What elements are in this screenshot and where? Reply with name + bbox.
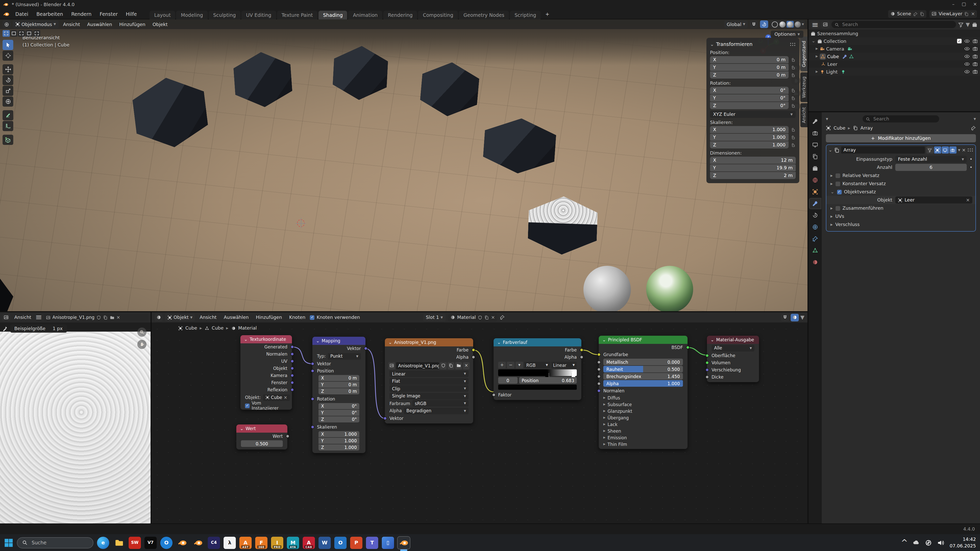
mapping-rotation-fields[interactable]: X0° Y0° Z0° bbox=[318, 403, 360, 422]
maximize-button[interactable] bbox=[962, 2, 966, 6]
menu-datei[interactable]: Datei bbox=[12, 10, 32, 17]
tool-transform-icon[interactable] bbox=[3, 97, 13, 106]
rotation-z-field[interactable]: Z0° bbox=[710, 102, 789, 109]
outliner-row-light[interactable]: Light bbox=[808, 68, 980, 76]
node-color-ramp[interactable]: Farbverlauf Farbe Alpha RGB Linear bbox=[493, 338, 581, 400]
tab-particles-icon[interactable] bbox=[810, 210, 821, 221]
keyframe-dot-icon[interactable] bbox=[969, 165, 972, 170]
viewport-menu-hinzufuegen[interactable]: Hinzufügen bbox=[117, 21, 148, 27]
lock-icon[interactable] bbox=[791, 127, 796, 132]
source-dropdown[interactable]: Single Image bbox=[390, 392, 469, 399]
tab-modeling[interactable]: Modeling bbox=[177, 11, 207, 19]
chevron-down-icon[interactable] bbox=[800, 313, 804, 321]
tab-ansicht[interactable]: Ansicht bbox=[800, 103, 808, 127]
filter-mode-icon[interactable] bbox=[821, 21, 829, 28]
dimension-y-field[interactable]: Y19.9 m bbox=[710, 164, 796, 171]
tab-shading[interactable]: Shading bbox=[318, 11, 347, 19]
blender-menu-icon[interactable] bbox=[3, 11, 10, 17]
tool-measure-icon[interactable] bbox=[3, 121, 13, 131]
outliner-row-scene-collection[interactable]: Szenensammlung bbox=[808, 30, 980, 37]
copy-icon[interactable] bbox=[103, 315, 108, 320]
ior-slider[interactable]: Brechungsindex1.450 bbox=[603, 373, 683, 380]
chevron-down-icon[interactable] bbox=[826, 117, 828, 121]
array-cube-3[interactable] bbox=[332, 44, 389, 102]
collapse-icon[interactable] bbox=[602, 338, 606, 342]
taskbar-file-explorer[interactable] bbox=[113, 537, 125, 549]
render-camera-icon[interactable] bbox=[972, 61, 978, 67]
menu-fenster[interactable]: Fenster bbox=[96, 10, 121, 17]
rotation-y-field[interactable]: Y0° bbox=[710, 94, 789, 102]
tab-geometry-nodes[interactable]: Geometry Nodes bbox=[459, 11, 509, 19]
taskbar-rhino[interactable]: V7 bbox=[145, 537, 157, 549]
anisotropy-texture-preview[interactable] bbox=[0, 332, 151, 524]
constant-offset-checkbox[interactable] bbox=[835, 181, 840, 186]
textured-cube[interactable] bbox=[527, 195, 598, 256]
metallic-slider[interactable]: Metallisch0.000 bbox=[603, 359, 683, 365]
socket-faktor[interactable] bbox=[492, 393, 495, 397]
image-menu-ansicht[interactable]: Ansicht bbox=[12, 314, 34, 321]
node-texture-coordinate[interactable]: Texturkoordinate Generated Normalen UV O… bbox=[240, 335, 292, 410]
proportional-edit-icon[interactable] bbox=[760, 21, 768, 28]
tab-sculpting[interactable]: Sculpting bbox=[208, 11, 240, 19]
copy-icon[interactable] bbox=[920, 11, 924, 16]
rotation-x-field[interactable]: X0° bbox=[710, 87, 789, 94]
realtime-toggle-icon[interactable] bbox=[934, 146, 941, 154]
new-collection-icon[interactable] bbox=[972, 22, 977, 27]
filter-funnel-icon[interactable] bbox=[958, 22, 964, 27]
relative-offset-checkbox[interactable] bbox=[835, 173, 840, 178]
volume-icon[interactable] bbox=[937, 539, 945, 546]
scale-z-field[interactable]: Z1.000 bbox=[710, 141, 789, 148]
snap-magnet-icon[interactable] bbox=[750, 21, 758, 28]
expand-icon[interactable] bbox=[811, 39, 815, 43]
output-target-dropdown[interactable]: Alle bbox=[711, 345, 754, 351]
onedrive-icon[interactable] bbox=[913, 539, 920, 546]
alpha-mode-dropdown[interactable]: Begradigen bbox=[404, 407, 469, 414]
shield-icon[interactable] bbox=[478, 315, 482, 320]
drag-handle-icon[interactable] bbox=[967, 148, 974, 152]
socket-normalen[interactable] bbox=[290, 352, 294, 356]
copy-icon[interactable] bbox=[448, 362, 454, 369]
tab-data-icon[interactable] bbox=[810, 245, 821, 256]
section-zusammenfuehren[interactable]: Zusammenführen bbox=[826, 204, 975, 212]
socket-rotation[interactable] bbox=[310, 397, 314, 401]
render-camera-icon[interactable] bbox=[972, 69, 978, 75]
pin-icon[interactable] bbox=[500, 315, 504, 320]
socket-wert[interactable] bbox=[286, 434, 289, 438]
select-mode-extend-icon[interactable] bbox=[10, 30, 18, 37]
taskbar-powerpoint[interactable]: P bbox=[350, 537, 363, 549]
shader-menu-ansicht[interactable]: Ansicht bbox=[197, 314, 219, 321]
drag-handle-icon[interactable] bbox=[790, 42, 796, 46]
array-cube-5[interactable] bbox=[482, 116, 557, 176]
collapse-icon[interactable] bbox=[710, 42, 714, 47]
mapping-position-fields[interactable]: X0 m Y0 m Z0 m bbox=[318, 375, 360, 394]
tool-rotate-icon[interactable] bbox=[3, 75, 13, 85]
shader-menu-knoten[interactable]: Knoten bbox=[286, 314, 308, 321]
colorspace-dropdown[interactable]: sRGB bbox=[412, 400, 469, 407]
count-field[interactable]: 6 bbox=[895, 164, 966, 171]
section-objektversatz[interactable]: Objektversatz bbox=[826, 188, 975, 196]
zoom-icon[interactable] bbox=[137, 327, 146, 337]
socket-farbe[interactable] bbox=[471, 348, 475, 352]
ramp-options-icon[interactable] bbox=[515, 362, 523, 368]
position-y-field[interactable]: Y0 m bbox=[710, 64, 789, 71]
viewport-display-toggle-icon[interactable] bbox=[942, 146, 949, 154]
socket-rauheit[interactable] bbox=[597, 368, 600, 371]
section-verschluss[interactable]: Verschluss bbox=[826, 221, 975, 229]
object-selector[interactable]: Cube bbox=[263, 394, 290, 401]
viewport-menu-objekt[interactable]: Objekt bbox=[150, 21, 170, 27]
color-ramp-gradient[interactable] bbox=[498, 369, 577, 376]
socket-vektor-out[interactable] bbox=[364, 347, 367, 350]
section-subsurface[interactable]: Subsurface bbox=[599, 401, 687, 408]
shader-type-dropdown[interactable]: Objekt bbox=[165, 313, 195, 321]
dimension-z-field[interactable]: Z2 m bbox=[710, 172, 796, 179]
menu-rendern[interactable]: Rendern bbox=[68, 10, 95, 17]
keyframe-dot-icon[interactable] bbox=[969, 157, 972, 162]
tab-physics-icon[interactable] bbox=[810, 222, 821, 232]
image-datablock-row[interactable]: Anisotropie_V1.png bbox=[388, 362, 469, 369]
close-button[interactable] bbox=[973, 2, 977, 6]
socket-bsdf[interactable] bbox=[686, 346, 689, 349]
socket-vektor-in[interactable] bbox=[310, 362, 314, 365]
alpha-slider[interactable]: Alpha1.000 bbox=[603, 380, 683, 387]
ramp-interpolation-dropdown[interactable]: Linear bbox=[551, 362, 577, 368]
socket-volumen[interactable] bbox=[705, 361, 709, 365]
